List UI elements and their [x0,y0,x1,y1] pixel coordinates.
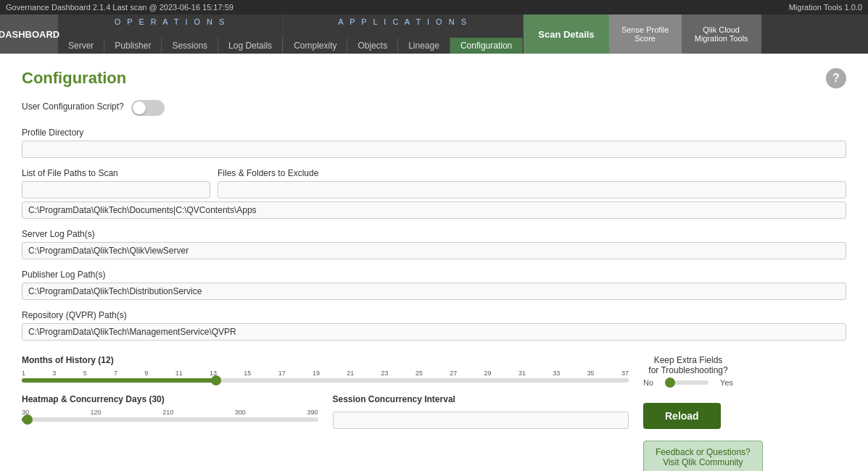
applications-title: A P P L I C A T I O N S [284,14,523,26]
right-panels: Scan Details Sense Profile Score Qlik Cl… [524,14,761,54]
qlik-cloud-panel[interactable]: Qlik Cloud Migration Tools [682,14,761,54]
dashboard-button[interactable]: DASHBOARD [0,14,58,54]
files-exclude-value-input[interactable] [218,181,846,199]
top-bar: Governance Dashboard 2.1.4 Last scan @ 2… [0,0,868,14]
files-exclude-input[interactable] [22,181,210,199]
months-history-label: Months of History (12) [22,355,629,365]
feedback-block: Feedback or Questions? Visit Qlik Commun… [643,441,763,471]
reload-block: Reload [643,403,721,429]
file-paths-row: List of File Paths to Scan Files & Folde… [22,168,846,219]
tab-server[interactable]: Server [58,38,104,54]
left-sliders: Months of History (12) 1 3 5 7 9 11 13 1… [22,355,629,429]
main-content: Configuration ? User Configuration Scrip… [0,54,868,471]
repository-label: Repository (QVPR) Path(s) [22,310,846,320]
server-log-row: Server Log Path(s) [22,229,846,259]
file-paths-inputs [22,181,846,199]
user-config-toggle[interactable] [131,100,165,116]
page-title-row: Configuration ? [22,68,846,88]
profile-directory-input[interactable] [22,141,846,158]
top-bar-left: Governance Dashboard 2.1.4 Last scan @ 2… [6,3,233,12]
months-history-fill [22,378,216,383]
header: DASHBOARD O P E R A T I O N S Server Pub… [0,14,868,54]
publisher-log-row: Publisher Log Path(s) [22,270,846,300]
session-concurrency-input[interactable] [333,412,629,429]
right-controls: Keep Extra Fields for Troubleshooting? N… [643,355,846,471]
heatmap-slider-container [22,417,318,422]
repository-row: Repository (QVPR) Path(s) [22,310,846,341]
tab-configuration[interactable]: Configuration [450,38,523,54]
no-label: No [643,378,653,387]
operations-tabs: Server Publisher Sessions Log Details [58,26,283,54]
tab-log-details[interactable]: Log Details [218,38,283,54]
heatmap-label: Heatmap & Concurrency Days (30) [22,394,318,404]
heatmap-group: Heatmap & Concurrency Days (30) 30 120 2… [22,394,318,429]
toggle-knob [133,101,146,114]
heatmap-scale: 30 120 210 300 390 [22,409,318,416]
tab-publisher[interactable]: Publisher [104,38,162,54]
session-concurrency-label: Session Concurrency Interval [333,394,629,404]
applications-tabs: Complexity Objects Lineage Configuration [284,26,523,54]
top-bar-right: Migration Tools 1.0.0 [789,3,862,12]
bottom-sliders-row: Heatmap & Concurrency Days (30) 30 120 2… [22,394,629,429]
server-log-input[interactable] [22,242,846,259]
session-concurrency-group: Session Concurrency Interval [333,394,629,429]
sense-profile-panel[interactable]: Sense Profile Score [609,14,682,54]
tab-objects[interactable]: Objects [347,38,398,54]
keep-extra-title: Keep Extra Fields for Troubleshooting? [648,355,727,375]
publisher-log-label: Publisher Log Path(s) [22,270,846,280]
user-config-toggle-row: User Configuration Script? [22,100,846,116]
months-history-track[interactable] [22,378,629,383]
months-history-group: Months of History (12) 1 3 5 7 9 11 13 1… [22,355,629,383]
reload-button[interactable]: Reload [643,403,721,429]
file-paths-labels: List of File Paths to Scan Files & Folde… [22,168,846,178]
months-history-scale: 1 3 5 7 9 11 13 15 17 19 21 23 25 27 29 … [22,370,629,377]
applications-section: A P P L I C A T I O N S Complexity Objec… [284,14,524,54]
user-config-label: User Configuration Script? [22,101,124,112]
qlik-cloud-label: Qlik Cloud Migration Tools [692,25,751,43]
files-exclude-label: Files & Folders to Exclude [218,168,846,178]
list-of-paths-label: List of File Paths to Scan [22,168,210,178]
heatmap-track[interactable] [22,417,318,422]
scan-details-panel[interactable]: Scan Details [524,14,608,54]
months-history-thumb[interactable] [211,375,221,385]
page-title: Configuration [22,69,126,88]
heatmap-thumb[interactable] [22,414,33,425]
tab-complexity[interactable]: Complexity [284,38,347,54]
operations-section: O P E R A T I O N S Server Publisher Ses… [58,14,284,54]
keep-extra-thumb[interactable] [665,378,675,388]
tab-sessions[interactable]: Sessions [162,38,218,54]
repository-input[interactable] [22,323,846,341]
server-log-label: Server Log Path(s) [22,229,846,239]
publisher-log-input[interactable] [22,283,846,300]
operations-title: O P E R A T I O N S [58,14,283,26]
scan-details-label: Scan Details [538,29,594,40]
tab-lineage[interactable]: Lineage [398,38,450,54]
keep-extra-block: Keep Extra Fields for Troubleshooting? N… [643,355,733,391]
keep-extra-slider[interactable] [665,380,708,385]
yes-label: Yes [720,378,733,387]
scan-paths-input[interactable] [22,201,846,219]
sliders-main: Months of History (12) 1 3 5 7 9 11 13 1… [22,355,846,471]
sense-profile-label: Sense Profile Score [619,25,671,43]
profile-directory-row: Profile Directory [22,128,846,158]
help-icon[interactable]: ? [826,68,846,88]
profile-directory-label: Profile Directory [22,128,846,138]
months-history-slider-container [22,378,629,383]
feedback-button[interactable]: Feedback or Questions? Visit Qlik Commun… [643,441,763,471]
yes-no-row: No Yes [643,378,733,387]
